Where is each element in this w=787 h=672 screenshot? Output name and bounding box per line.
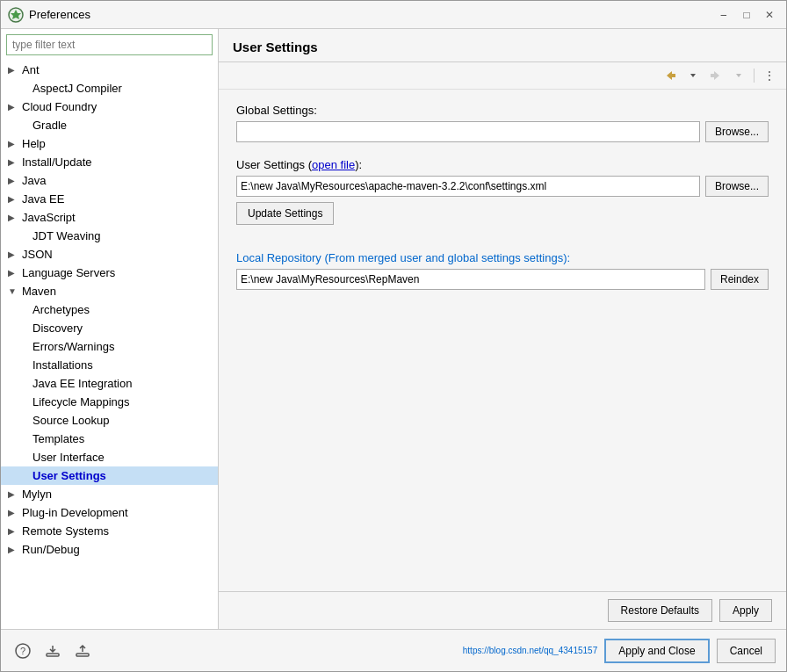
close-button[interactable]: ✕ xyxy=(760,5,779,25)
tree-item-java[interactable]: ▶ Java xyxy=(1,171,218,190)
local-repo-label-end: settings): xyxy=(521,251,570,264)
tree-label-languageservers: Language Servers xyxy=(22,266,214,279)
user-settings-section: User Settings (open file): Browse... Upd… xyxy=(236,158,769,225)
apply-button[interactable]: Apply xyxy=(719,599,772,622)
expand-arrow-plugindev: ▶ xyxy=(8,508,22,517)
tree-label-javascript: JavaScript xyxy=(22,211,214,224)
tree-child-errorswarnings[interactable]: Errors/Warnings xyxy=(1,337,218,356)
tree-child-userinterface[interactable]: User Interface xyxy=(1,448,218,466)
restore-defaults-button[interactable]: Restore Defaults xyxy=(608,599,712,622)
tree-child-jdtweaving[interactable]: JDT Weaving xyxy=(1,227,218,245)
window-title: Preferences xyxy=(29,8,714,21)
user-settings-label: User Settings (open file): xyxy=(236,158,769,171)
tree-item-install[interactable]: ▶ Install/Update xyxy=(1,153,218,171)
user-settings-row: Browse... xyxy=(236,176,769,197)
tree-child-lifecyclemappings[interactable]: Lifecycle Mappings xyxy=(1,393,218,411)
local-repo-input[interactable] xyxy=(236,269,705,290)
tree-label-archetypes: Archetypes xyxy=(32,303,90,316)
tree-child-templates[interactable]: Templates xyxy=(1,430,218,448)
global-settings-section: Global Settings: Browse... xyxy=(236,104,769,142)
tree-item-maven[interactable]: ▼ Maven xyxy=(1,282,218,300)
tree-item-languageservers[interactable]: ▶ Language Servers xyxy=(1,264,218,282)
expand-arrow-help: ▶ xyxy=(8,139,22,148)
tree-child-discovery[interactable]: Discovery xyxy=(1,319,218,337)
tree-item-help[interactable]: ▶ Help xyxy=(1,134,218,153)
tree-item-plugindev[interactable]: ▶ Plug-in Development xyxy=(1,503,218,522)
global-settings-row: Browse... xyxy=(236,121,769,142)
preferences-window: Preferences ‒ □ ✕ ▶ Ant AspectJ Compiler… xyxy=(0,0,787,672)
svg-rect-4 xyxy=(76,654,89,656)
local-repo-label-text: Local Repository (From merged user and xyxy=(236,251,448,264)
global-browse-button[interactable]: Browse... xyxy=(705,121,769,142)
user-browse-button[interactable]: Browse... xyxy=(705,176,769,197)
dropdown-button-2[interactable] xyxy=(729,66,748,85)
tree-label-jdtweaving: JDT Weaving xyxy=(32,229,101,242)
expand-arrow-mylyn: ▶ xyxy=(8,489,22,499)
tree-label-usersettings: User Settings xyxy=(32,469,106,482)
user-settings-input[interactable] xyxy=(236,176,700,197)
tree-child-archetypes[interactable]: Archetypes xyxy=(1,300,218,319)
right-panel-footer: Restore Defaults Apply xyxy=(219,591,786,629)
title-bar: Preferences ‒ □ ✕ xyxy=(1,1,786,29)
expand-arrow-remotesystems: ▶ xyxy=(8,526,22,536)
more-menu-button[interactable]: ⋮ xyxy=(760,66,779,85)
status-url: https://blog.csdn.net/qq_43415157 xyxy=(463,646,597,655)
tree-label-ant: Ant xyxy=(22,63,214,76)
tree-label-java: Java xyxy=(22,174,214,187)
local-repo-row: Reindex xyxy=(236,269,769,290)
more-menu-icon: ⋮ xyxy=(763,69,776,83)
import-preferences-button[interactable] xyxy=(71,639,94,662)
reindex-button[interactable]: Reindex xyxy=(711,269,769,290)
user-settings-label-text: User Settings ( xyxy=(236,158,312,171)
tree-child-gradle[interactable]: Gradle xyxy=(1,116,218,134)
bottom-bar-right: https://blog.csdn.net/qq_43415157 Apply … xyxy=(463,639,776,663)
tree-item-mylyn[interactable]: ▶ Mylyn xyxy=(1,485,218,503)
tree-label-discovery: Discovery xyxy=(32,322,83,335)
tree-label-sourcelookup: Source Lookup xyxy=(32,414,109,427)
forward-button[interactable] xyxy=(706,66,726,85)
tree-label-rundebug: Run/Debug xyxy=(22,543,214,556)
right-panel-header: User Settings xyxy=(219,29,786,62)
window-controls: ‒ □ ✕ xyxy=(714,5,779,25)
apply-and-close-button[interactable]: Apply and Close xyxy=(604,639,709,663)
tree-container[interactable]: ▶ Ant AspectJ Compiler ▶ Cloud Foundry G… xyxy=(1,61,218,629)
filter-input[interactable] xyxy=(6,34,213,55)
tree-label-lifecyclemappings: Lifecycle Mappings xyxy=(32,395,130,408)
svg-text:?: ? xyxy=(20,646,25,656)
tree-item-javascript[interactable]: ▶ JavaScript xyxy=(1,208,218,227)
dropdown-button[interactable] xyxy=(683,66,703,85)
tree-item-javaee[interactable]: ▶ Java EE xyxy=(1,190,218,208)
section-divider xyxy=(236,241,769,251)
tree-item-cloudfoundry[interactable]: ▶ Cloud Foundry xyxy=(1,98,218,116)
back-button[interactable] xyxy=(661,66,680,85)
expand-arrow-maven: ▼ xyxy=(8,286,22,296)
maximize-button[interactable]: □ xyxy=(737,5,756,25)
tree-child-aspectj[interactable]: AspectJ Compiler xyxy=(1,79,218,98)
expand-arrow-javaee: ▶ xyxy=(8,194,22,204)
right-panel-content: Global Settings: Browse... User Settings… xyxy=(219,90,786,591)
tree-label-templates: Templates xyxy=(32,432,84,445)
minimize-button[interactable]: ‒ xyxy=(714,5,733,25)
tree-child-javaeeintegration[interactable]: Java EE Integration xyxy=(1,374,218,393)
expand-arrow-install: ▶ xyxy=(8,157,22,167)
tree-child-sourcelookup[interactable]: Source Lookup xyxy=(1,411,218,430)
tree-item-json[interactable]: ▶ JSON xyxy=(1,245,218,264)
tree-item-remotesystems[interactable]: ▶ Remote Systems xyxy=(1,522,218,540)
expand-arrow-cloudfoundry: ▶ xyxy=(8,102,22,112)
global-settings-input[interactable] xyxy=(236,121,700,142)
export-preferences-button[interactable] xyxy=(41,639,64,662)
help-button[interactable]: ? xyxy=(11,639,34,662)
tree-item-ant[interactable]: ▶ Ant xyxy=(1,61,218,79)
tree-child-installations[interactable]: Installations xyxy=(1,356,218,374)
tree-item-rundebug[interactable]: ▶ Run/Debug xyxy=(1,540,218,559)
right-panel: User Settings ⋮ xyxy=(219,29,786,629)
update-settings-button[interactable]: Update Settings xyxy=(236,202,334,225)
global-settings-label: Global Settings: xyxy=(236,104,769,117)
tree-label-errorswarnings: Errors/Warnings xyxy=(32,340,114,353)
left-panel: ▶ Ant AspectJ Compiler ▶ Cloud Foundry G… xyxy=(1,29,219,629)
open-file-link[interactable]: open file xyxy=(312,158,355,171)
tree-child-usersettings[interactable]: User Settings xyxy=(1,466,218,485)
toolbar-separator xyxy=(754,69,755,83)
cancel-button[interactable]: Cancel xyxy=(717,639,776,663)
bottom-bar: ? https://blog.csdn.net/qq_43415157 Appl… xyxy=(1,629,786,671)
